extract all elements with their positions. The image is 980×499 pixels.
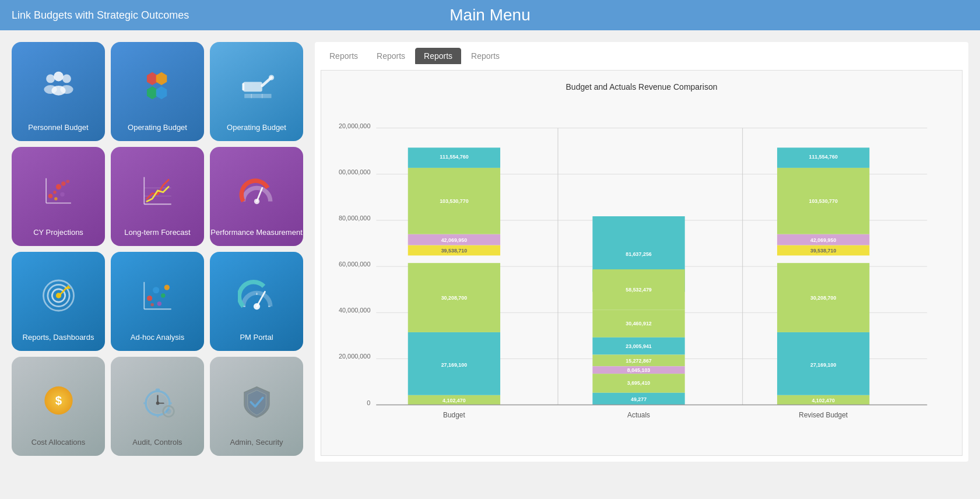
- menu-item-audit-controls[interactable]: Audit, Controls: [111, 357, 204, 456]
- svg-rect-59: [155, 388, 159, 391]
- menu-item-pm-portal[interactable]: PM Portal: [210, 252, 303, 351]
- svg-text:60,000,000: 60,000,000: [339, 261, 370, 268]
- svg-point-21: [55, 184, 61, 189]
- tab-reports-3[interactable]: Reports: [415, 48, 461, 64]
- svg-marker-7: [156, 72, 167, 85]
- menu-label-personnel-budget: Personnel Budget: [28, 123, 88, 133]
- svg-text:4,102,470: 4,102,470: [442, 398, 466, 403]
- menu-label-cy-projections: CY Projections: [33, 228, 83, 238]
- svg-point-2: [62, 74, 71, 83]
- menu-item-ad-hoc-analysis[interactable]: Ad-hoc Analysis: [111, 252, 204, 351]
- svg-text:58,532,479: 58,532,479: [626, 287, 652, 293]
- svg-point-22: [61, 181, 65, 185]
- menu-item-long-term-forecast[interactable]: Long-term Forecast: [111, 147, 204, 246]
- svg-rect-11: [242, 83, 244, 90]
- svg-text:49,277: 49,277: [631, 396, 647, 402]
- chart-section: Reports Reports Reports Reports Budget a…: [315, 42, 968, 462]
- svg-point-20: [53, 191, 57, 194]
- svg-point-24: [54, 197, 58, 201]
- svg-text:15,272,867: 15,272,867: [626, 358, 652, 364]
- svg-text:103,530,770: 103,530,770: [440, 198, 468, 204]
- svg-text:111,554,760: 111,554,760: [809, 154, 837, 160]
- menu-label-admin-security: Admin, Security: [230, 438, 283, 448]
- svg-text:Budget: Budget: [443, 411, 465, 419]
- tab-reports-4[interactable]: Reports: [462, 48, 508, 64]
- svg-point-42: [161, 293, 165, 297]
- svg-text:30,208,700: 30,208,700: [441, 295, 468, 301]
- menu-item-personnel-budget[interactable]: Personnel Budget: [12, 42, 105, 141]
- gauge2-icon: [236, 275, 277, 316]
- chart-title: Budget and Actuals Revenue Comparison: [339, 82, 944, 92]
- svg-text:111,554,760: 111,554,760: [440, 154, 468, 160]
- svg-text:4,102,470: 4,102,470: [812, 398, 835, 403]
- svg-point-43: [164, 284, 169, 290]
- menu-label-ad-hoc-analysis: Ad-hoc Analysis: [131, 333, 185, 343]
- shield-icon: [236, 380, 277, 421]
- menu-label-performance-measurement: Performance Measurement: [210, 228, 303, 238]
- svg-text:39,538,710: 39,538,710: [441, 248, 468, 254]
- menu-grid: Personnel Budget Operating Budget: [12, 42, 303, 462]
- menu-label-operating-budget-2: Operating Budget: [227, 123, 286, 133]
- menu-item-cy-projections[interactable]: CY Projections: [12, 147, 105, 246]
- menu-label-operating-budget-1: Operating Budget: [128, 123, 187, 133]
- construction-icon: [236, 65, 277, 106]
- main-container: Personnel Budget Operating Budget: [0, 30, 980, 473]
- svg-text:40,000,000: 40,000,000: [339, 307, 370, 314]
- svg-text:103,530,770: 103,530,770: [809, 198, 837, 204]
- svg-point-0: [46, 74, 55, 83]
- svg-text:42,069,950: 42,069,950: [441, 237, 468, 243]
- svg-point-1: [54, 71, 64, 81]
- svg-text:120,000,000: 120,000,000: [339, 122, 370, 129]
- chart-container: Budget and Actuals Revenue Comparison 0 …: [321, 70, 963, 456]
- svg-text:80,000,000: 80,000,000: [339, 215, 370, 222]
- target-icon: [38, 275, 79, 316]
- chart-svg: 0 20,000,000 40,000,000 60,000,000 80,00…: [339, 103, 944, 441]
- menu-label-reports-dashboards: Reports, Dashboards: [23, 333, 94, 343]
- svg-rect-10: [243, 82, 262, 92]
- menu-item-cost-allocations[interactable]: $ Cost Allocations: [12, 357, 105, 456]
- svg-text:0: 0: [367, 399, 370, 406]
- tab-reports-2[interactable]: Reports: [368, 48, 414, 64]
- svg-point-5: [60, 85, 73, 94]
- menu-label-long-term-forecast: Long-term Forecast: [124, 228, 190, 238]
- svg-text:27,169,100: 27,169,100: [810, 362, 837, 368]
- svg-text:20,000,000: 20,000,000: [339, 353, 370, 360]
- header: Link Budgets with Strategic Outcomes Mai…: [0, 0, 980, 30]
- stopwatch-icon: [137, 380, 178, 421]
- scatter2-icon: [137, 275, 178, 316]
- svg-text:100,000,000: 100,000,000: [339, 168, 370, 175]
- svg-text:30,460,912: 30,460,912: [626, 321, 652, 326]
- svg-text:8,045,103: 8,045,103: [627, 367, 651, 373]
- tabs-row: Reports Reports Reports Reports: [321, 48, 963, 64]
- svg-text:27,169,100: 27,169,100: [441, 362, 468, 368]
- tab-reports-1[interactable]: Reports: [321, 48, 367, 64]
- svg-text:3,695,410: 3,695,410: [627, 380, 651, 386]
- svg-text:42,069,950: 42,069,950: [810, 237, 837, 243]
- svg-rect-14: [244, 93, 271, 97]
- svg-text:Actuals: Actuals: [627, 411, 650, 419]
- menu-label-pm-portal: PM Portal: [240, 333, 273, 343]
- menu-label-audit-controls: Audit, Controls: [132, 438, 182, 448]
- menu-item-operating-budget-2[interactable]: Operating Budget: [210, 42, 303, 141]
- menu-item-operating-budget-1[interactable]: Operating Budget: [111, 42, 204, 141]
- svg-point-25: [60, 192, 64, 196]
- svg-text:23,005,941: 23,005,941: [626, 343, 652, 349]
- menu-item-performance-measurement[interactable]: Performance Measurement: [210, 147, 303, 246]
- hexagons-icon: [137, 65, 178, 106]
- svg-text:39,538,710: 39,538,710: [810, 248, 837, 254]
- scatter-icon: [38, 170, 79, 211]
- menu-item-admin-security[interactable]: Admin, Security: [210, 357, 303, 456]
- svg-point-23: [66, 180, 69, 183]
- svg-point-13: [268, 75, 273, 80]
- gauge-icon: [236, 170, 277, 211]
- people-icon: [38, 65, 79, 106]
- svg-text:81,637,256: 81,637,256: [626, 251, 652, 257]
- svg-point-40: [146, 296, 152, 301]
- chart-up-icon: [137, 170, 178, 211]
- menu-item-reports-dashboards[interactable]: Reports, Dashboards: [12, 252, 105, 351]
- svg-point-41: [153, 287, 159, 293]
- svg-point-44: [157, 301, 161, 305]
- svg-point-61: [166, 408, 171, 413]
- svg-text:30,208,700: 30,208,700: [810, 295, 837, 301]
- dollar-icon: $: [38, 380, 79, 421]
